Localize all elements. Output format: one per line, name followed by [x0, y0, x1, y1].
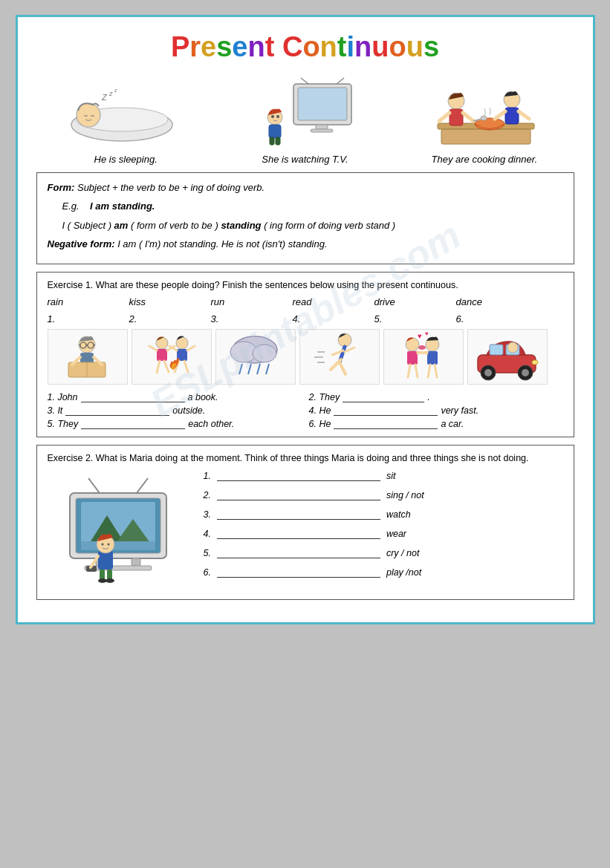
svg-line-59 — [239, 364, 242, 374]
svg-rect-105 — [98, 551, 113, 570]
sentence-1: 1. John a book. — [48, 392, 302, 402]
ex1-img-5: ♥ ♥ — [383, 329, 464, 385]
ex2-blank — [217, 509, 380, 520]
exercise2-image — [48, 471, 189, 592]
exercise2-title: Exercise 2. What is Maria doing at the m… — [48, 453, 563, 463]
svg-line-53 — [187, 346, 195, 350]
ex2-num: 3. — [204, 509, 211, 520]
word-cell: drive — [374, 296, 456, 307]
svg-line-11 — [337, 78, 344, 84]
svg-rect-75 — [427, 351, 438, 365]
ex2-blank — [217, 471, 380, 481]
tv-svg — [249, 76, 360, 147]
svg-line-25 — [439, 113, 450, 121]
svg-point-107 — [101, 543, 103, 545]
word-cell: read — [293, 296, 374, 307]
number-cell: 1. — [48, 313, 129, 324]
svg-point-89 — [484, 369, 492, 376]
svg-line-10 — [301, 78, 308, 84]
svg-rect-16 — [270, 137, 274, 145]
sentence-5: 5. They each other. — [48, 419, 302, 429]
svg-line-60 — [248, 364, 251, 374]
svg-text:♥: ♥ — [425, 331, 429, 337]
exercise2-content: 1. sit2. sing / not3. watch4. — [48, 471, 563, 592]
svg-rect-86 — [490, 345, 503, 355]
svg-line-55 — [184, 361, 188, 372]
exercise1-images: ♥ ♥ — [48, 329, 563, 385]
ex2-num: 1. — [204, 471, 211, 481]
svg-rect-13 — [311, 129, 333, 132]
svg-point-93 — [532, 360, 538, 365]
svg-line-84 — [435, 365, 437, 377]
word-cell: kiss — [129, 296, 211, 307]
svg-text:z: z — [114, 88, 117, 93]
svg-line-80 — [418, 352, 427, 353]
ex2-num: 5. — [204, 548, 211, 558]
ex2-blank — [217, 490, 380, 500]
word-cell: dance — [456, 296, 538, 307]
sleeping-svg: Z z z — [66, 84, 185, 147]
svg-rect-99 — [81, 541, 155, 550]
svg-rect-28 — [505, 108, 519, 124]
ex2-blank — [217, 529, 380, 539]
sentence-3: 3. It outside. — [48, 405, 302, 416]
ex1-img-3 — [215, 329, 296, 385]
caption-sleeping: He is sleeping. — [44, 154, 207, 165]
svg-line-30 — [519, 111, 529, 119]
exercise1-box: Exercise 1. What are these people doing?… — [36, 272, 574, 437]
ex2-label: sing / not — [386, 490, 424, 500]
ex1-img-1 — [48, 329, 128, 385]
sentence-4: 4. He very fast. — [309, 405, 563, 416]
svg-point-112 — [106, 578, 114, 583]
cooking-svg — [423, 80, 545, 147]
ex2-label: cry / not — [386, 548, 419, 558]
word-cell: rain — [48, 296, 129, 307]
svg-rect-109 — [100, 570, 105, 580]
svg-rect-21 — [441, 129, 530, 144]
explanation-line: I ( Subject ) am ( form of verb to be ) … — [62, 218, 563, 233]
exercise2-box: Exercise 2. What is Maria doing at the m… — [36, 445, 574, 600]
svg-line-26 — [463, 113, 473, 121]
number-cell: 4. — [293, 313, 374, 324]
ex2-blank — [217, 567, 380, 578]
sentences-grid: 1. John a book. 2. They . 3. It outside.… — [48, 392, 563, 429]
svg-point-108 — [107, 543, 109, 545]
number-row: 1.2.3.4.5.6. — [48, 313, 563, 324]
svg-line-46 — [149, 346, 157, 350]
svg-rect-12 — [316, 125, 328, 129]
exercise2-lines: 1. sit2. sing / not3. watch4. — [204, 471, 563, 587]
ex2-blank — [217, 548, 380, 558]
svg-point-76 — [418, 345, 426, 350]
page-title: Present Continuous — [36, 32, 574, 63]
ex2-label: sit — [386, 471, 396, 481]
exercise1-title: Exercise 1. What are these people doing?… — [48, 280, 563, 290]
svg-point-18 — [271, 115, 274, 118]
svg-rect-101 — [132, 558, 140, 566]
ex2-line-item: 3. watch — [204, 509, 563, 520]
image-sleeping: Z z z He is sleeping. — [44, 84, 207, 165]
eg-line: E.g. I am standing. — [62, 199, 563, 214]
svg-line-81 — [408, 365, 410, 377]
negative-line: Negative form: I am ( I'm) not standing.… — [48, 237, 563, 252]
svg-rect-45 — [157, 349, 167, 361]
svg-text:♥: ♥ — [418, 332, 422, 340]
svg-point-92 — [507, 342, 518, 353]
ex2-label: watch — [386, 509, 411, 520]
svg-point-91 — [522, 369, 529, 376]
svg-rect-9 — [298, 88, 347, 120]
sentence-2: 2. They . — [309, 392, 563, 402]
svg-line-103 — [88, 478, 100, 493]
ex2-label: play /not — [386, 567, 421, 578]
ex2-line-item: 2. sing / not — [204, 490, 563, 500]
word-row: rainkissrunreaddrivedance — [48, 296, 563, 307]
svg-text:z: z — [108, 90, 113, 97]
svg-line-104 — [137, 478, 148, 493]
ex1-img-4 — [299, 329, 380, 385]
ex2-line-item: 1. sit — [204, 471, 563, 481]
svg-line-83 — [428, 365, 430, 377]
number-cell: 3. — [211, 313, 293, 324]
svg-line-62 — [266, 364, 269, 374]
ex1-img-2 — [132, 329, 212, 385]
svg-line-29 — [495, 111, 505, 119]
number-cell: 6. — [456, 313, 538, 324]
